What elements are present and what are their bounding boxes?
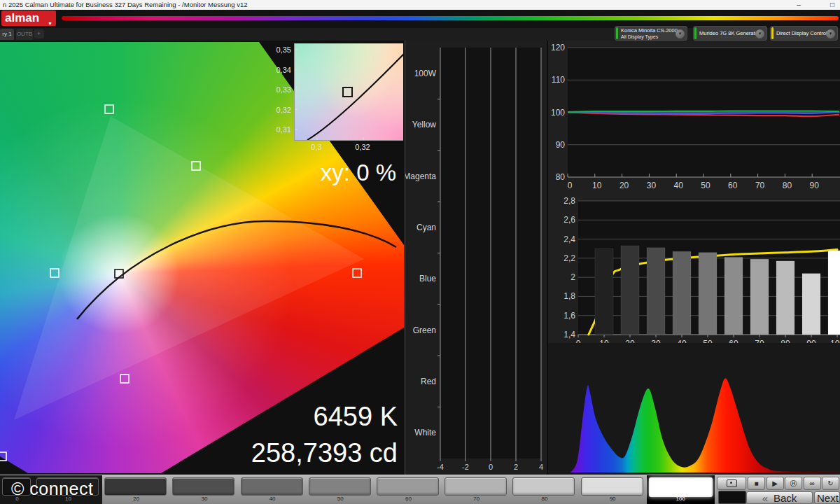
meter-label: Konica Minolta CS-2000 bbox=[621, 28, 678, 34]
meter-sublabel: All Display Types bbox=[621, 34, 658, 40]
patch-slot-60: 60 bbox=[374, 475, 442, 504]
play-button[interactable]: ▶ bbox=[766, 477, 784, 490]
patch-slot-30: 30 bbox=[170, 475, 238, 504]
patch-label-60: 60 bbox=[374, 496, 442, 503]
stop-button[interactable]: ■ bbox=[748, 477, 765, 490]
window-title: n 2025 Calman Ultimate for Business 327 … bbox=[3, 0, 248, 10]
inset-locus-curve bbox=[307, 53, 403, 140]
grayscale-patch-20[interactable] bbox=[104, 477, 167, 496]
h-pattern-button[interactable]: Ⓗ bbox=[785, 477, 802, 490]
rgb-x-tick-label: 40 bbox=[674, 181, 684, 190]
patch-label-40: 40 bbox=[239, 496, 307, 503]
chevron-down-icon[interactable]: ▼ bbox=[676, 29, 685, 38]
meter-dropdown-2[interactable]: Murideo 7G 8K Generator▼ bbox=[693, 26, 767, 41]
camera-button[interactable] bbox=[717, 477, 746, 490]
de-category-label-magenta: Magenta bbox=[405, 172, 436, 181]
gamma-y-tick-label: 1,6 bbox=[564, 311, 575, 321]
de-x-tick-label: -2 bbox=[462, 463, 469, 471]
rgb-x-tick-label: 10 bbox=[592, 181, 602, 190]
calman-menu-button[interactable]: alman ▼ bbox=[1, 10, 56, 26]
rgb-y-tick-label: 100 bbox=[551, 108, 565, 118]
patch-slot-70: 70 bbox=[442, 475, 510, 504]
patch-slot-100: 100 bbox=[647, 475, 715, 504]
gamma-bar-20 bbox=[621, 246, 639, 335]
cie-inset-zoom bbox=[294, 43, 403, 141]
grayscale-patch-50[interactable] bbox=[309, 477, 371, 496]
de-x-tick-label: 2 bbox=[514, 463, 518, 471]
camera-icon bbox=[727, 479, 737, 487]
window-minimize-button[interactable]: – bbox=[791, 0, 806, 9]
grayscale-patch-80[interactable] bbox=[512, 477, 575, 496]
back-chevron-icon: « bbox=[762, 492, 768, 504]
de-x-tick-label: -4 bbox=[437, 463, 444, 471]
rgb-y-tick-label: 80 bbox=[556, 172, 566, 182]
cie-inset-svg bbox=[295, 43, 403, 140]
gamma-bar-30 bbox=[647, 248, 665, 335]
inset-white-point-marker bbox=[343, 88, 352, 97]
gamma-bar-90 bbox=[802, 274, 820, 335]
inset-y-tick-label: 0,31 bbox=[269, 125, 291, 134]
rgb-x-tick-label: 70 bbox=[755, 181, 765, 190]
color-temperature-readout: 6459 K bbox=[314, 402, 398, 432]
gamma-bar-10 bbox=[595, 248, 613, 335]
title-bar: n 2025 Calman Ultimate for Business 327 … bbox=[0, 0, 840, 10]
de-category-label-red: Red bbox=[421, 377, 436, 386]
add-tab-button[interactable]: + bbox=[34, 29, 44, 38]
meter-dropdown-3[interactable]: Direct Display Control▼ bbox=[770, 26, 838, 41]
patch-label-50: 50 bbox=[307, 496, 374, 503]
patch-label-30: 30 bbox=[170, 496, 238, 503]
meter-label: Direct Display Control bbox=[776, 31, 827, 36]
tab-outb[interactable]: OUTB bbox=[16, 29, 33, 40]
patch-slot-40: 40 bbox=[239, 475, 307, 504]
patch-label-80: 80 bbox=[510, 496, 578, 503]
back-button[interactable]: «Back bbox=[746, 491, 813, 504]
inset-y-tick-label: 0,33 bbox=[269, 85, 291, 94]
rgb-x-tick-label: 60 bbox=[728, 181, 738, 190]
patch-label-20: 20 bbox=[102, 496, 170, 503]
rgb-x-tick-label: 90 bbox=[810, 181, 820, 190]
patch-slot-50: 50 bbox=[307, 475, 374, 504]
grayscale-patch-30[interactable] bbox=[172, 477, 234, 496]
tab-ry-1[interactable]: ry 1 bbox=[0, 29, 14, 40]
meter-status-bar bbox=[694, 27, 696, 39]
watermark-connect: © connect bbox=[11, 479, 93, 499]
next-button[interactable]: Next » bbox=[814, 491, 840, 504]
grayscale-patch-90[interactable] bbox=[581, 477, 643, 496]
patch-label-70: 70 bbox=[442, 496, 510, 503]
gamma-y-tick-label: 1,8 bbox=[564, 291, 575, 301]
de-category-label-yellow: Yellow bbox=[412, 120, 437, 130]
cie-chromaticity-panel: 0,350,340,330,320,310,30,32 xy: 0 % 6459… bbox=[0, 41, 405, 475]
meter-status-bar bbox=[616, 27, 618, 39]
spectrum-accent-strip bbox=[62, 16, 839, 20]
gamma-y-tick-label: 2,8 bbox=[564, 196, 575, 206]
patch-label-100: 100 bbox=[647, 496, 715, 503]
grayscale-patch-100[interactable] bbox=[649, 477, 713, 497]
measured-point-red bbox=[353, 269, 361, 277]
chevron-down-icon[interactable]: ▼ bbox=[755, 29, 764, 38]
gamma-bar-60 bbox=[724, 258, 743, 335]
delta-xy-readout: xy: 0 % bbox=[321, 160, 396, 186]
grayscale-patch-60[interactable] bbox=[377, 477, 439, 496]
inset-x-tick-label: 0,32 bbox=[352, 143, 373, 151]
patch-label-90: 90 bbox=[579, 496, 647, 503]
rgb-x-tick-label: 30 bbox=[647, 181, 657, 190]
gamma-bar-40 bbox=[673, 251, 691, 335]
gamma-y-tick-label: 2,2 bbox=[564, 253, 575, 263]
rgb-y-tick-label: 110 bbox=[552, 75, 565, 85]
patch-slot-90: 90 bbox=[579, 475, 647, 504]
grayscale-patch-40[interactable] bbox=[241, 477, 303, 496]
inset-y-tick-label: 0,34 bbox=[269, 66, 291, 74]
next-button-label: Next bbox=[817, 492, 839, 504]
spectrum-chart bbox=[548, 343, 840, 475]
patch-slot-80: 80 bbox=[510, 475, 578, 504]
planckian-locus-curve bbox=[77, 221, 396, 319]
calman-logo-text: alman bbox=[5, 11, 39, 24]
meter-dropdown-1[interactable]: Konica Minolta CS-2000All Display Types▼ bbox=[615, 26, 687, 41]
gamma-y-tick-label: 2 bbox=[570, 272, 575, 282]
grayscale-patch-70[interactable] bbox=[444, 477, 507, 496]
rgb-x-tick-label: 0 bbox=[568, 181, 573, 190]
infinity-button[interactable]: ∞ bbox=[804, 477, 821, 490]
refresh-button[interactable]: ↻ bbox=[822, 477, 839, 490]
chevron-down-icon[interactable]: ▼ bbox=[826, 29, 835, 38]
window-maximize-button[interactable]: □ bbox=[825, 0, 840, 9]
